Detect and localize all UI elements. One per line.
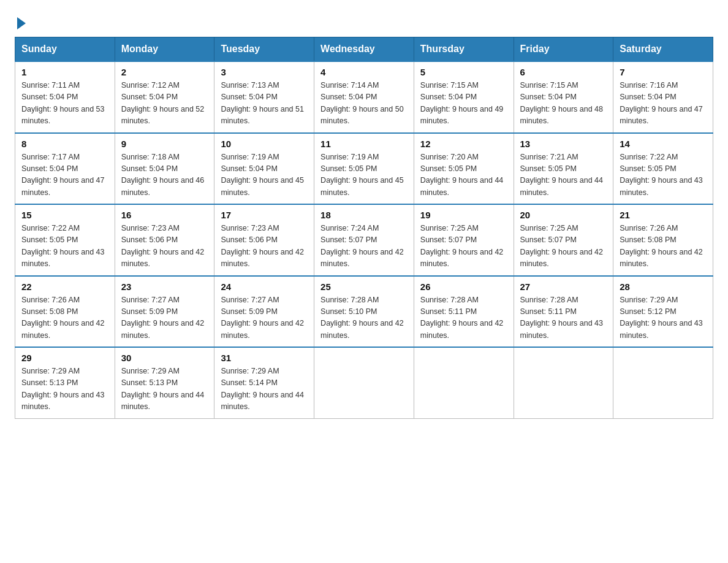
calendar-cell: 28 Sunrise: 7:29 AM Sunset: 5:12 PM Dayl…	[613, 276, 713, 348]
day-number: 18	[320, 210, 408, 220]
calendar-week-row: 15 Sunrise: 7:22 AM Sunset: 5:05 PM Dayl…	[15, 204, 713, 276]
logo	[15, 15, 26, 27]
day-info: Sunrise: 7:16 AM Sunset: 5:04 PM Dayligh…	[620, 80, 707, 128]
day-number: 31	[221, 353, 308, 363]
calendar-table: SundayMondayTuesdayWednesdayThursdayFrid…	[15, 37, 713, 419]
calendar-cell: 4 Sunrise: 7:14 AM Sunset: 5:04 PM Dayli…	[314, 61, 414, 133]
calendar-week-row: 8 Sunrise: 7:17 AM Sunset: 5:04 PM Dayli…	[15, 133, 713, 205]
calendar-cell: 10 Sunrise: 7:19 AM Sunset: 5:04 PM Dayl…	[214, 133, 314, 205]
calendar-cell: 29 Sunrise: 7:29 AM Sunset: 5:13 PM Dayl…	[15, 347, 115, 418]
calendar-cell: 5 Sunrise: 7:15 AM Sunset: 5:04 PM Dayli…	[414, 61, 514, 133]
calendar-cell: 3 Sunrise: 7:13 AM Sunset: 5:04 PM Dayli…	[214, 61, 314, 133]
calendar-cell: 6 Sunrise: 7:15 AM Sunset: 5:04 PM Dayli…	[514, 61, 613, 133]
day-info: Sunrise: 7:29 AM Sunset: 5:12 PM Dayligh…	[620, 294, 707, 342]
day-number: 5	[420, 67, 507, 77]
calendar-header-row: SundayMondayTuesdayWednesdayThursdayFrid…	[15, 37, 713, 62]
day-info: Sunrise: 7:29 AM Sunset: 5:13 PM Dayligh…	[21, 366, 108, 413]
calendar-cell	[414, 347, 514, 418]
day-number: 1	[21, 67, 108, 77]
calendar-cell: 19 Sunrise: 7:25 AM Sunset: 5:07 PM Dayl…	[414, 204, 514, 276]
day-number: 25	[320, 282, 408, 292]
day-number: 2	[121, 67, 208, 77]
day-info: Sunrise: 7:13 AM Sunset: 5:04 PM Dayligh…	[221, 80, 308, 128]
day-info: Sunrise: 7:28 AM Sunset: 5:11 PM Dayligh…	[520, 294, 607, 342]
calendar-cell: 26 Sunrise: 7:28 AM Sunset: 5:11 PM Dayl…	[414, 276, 514, 348]
day-number: 19	[420, 210, 507, 220]
weekday-header-monday: Monday	[115, 37, 214, 62]
day-number: 28	[620, 282, 707, 292]
day-info: Sunrise: 7:11 AM Sunset: 5:04 PM Dayligh…	[21, 80, 108, 128]
day-number: 7	[620, 67, 707, 77]
calendar-cell: 1 Sunrise: 7:11 AM Sunset: 5:04 PM Dayli…	[15, 61, 115, 133]
day-info: Sunrise: 7:29 AM Sunset: 5:14 PM Dayligh…	[221, 366, 308, 413]
calendar-cell: 17 Sunrise: 7:23 AM Sunset: 5:06 PM Dayl…	[214, 204, 314, 276]
calendar-cell: 24 Sunrise: 7:27 AM Sunset: 5:09 PM Dayl…	[214, 276, 314, 348]
weekday-header-sunday: Sunday	[15, 37, 115, 62]
day-number: 30	[121, 353, 208, 363]
page-header	[15, 15, 713, 27]
calendar-cell: 20 Sunrise: 7:25 AM Sunset: 5:07 PM Dayl…	[514, 204, 613, 276]
weekday-header-wednesday: Wednesday	[314, 37, 414, 62]
day-info: Sunrise: 7:23 AM Sunset: 5:06 PM Dayligh…	[121, 223, 208, 270]
calendar-cell: 30 Sunrise: 7:29 AM Sunset: 5:13 PM Dayl…	[115, 347, 214, 418]
calendar-cell: 23 Sunrise: 7:27 AM Sunset: 5:09 PM Dayl…	[115, 276, 214, 348]
calendar-cell: 11 Sunrise: 7:19 AM Sunset: 5:05 PM Dayl…	[314, 133, 414, 205]
day-number: 21	[620, 210, 707, 220]
day-info: Sunrise: 7:22 AM Sunset: 5:05 PM Dayligh…	[620, 151, 707, 199]
day-info: Sunrise: 7:12 AM Sunset: 5:04 PM Dayligh…	[121, 80, 208, 128]
weekday-header-saturday: Saturday	[613, 37, 713, 62]
day-info: Sunrise: 7:15 AM Sunset: 5:04 PM Dayligh…	[520, 80, 607, 128]
day-number: 23	[121, 282, 208, 292]
weekday-header-friday: Friday	[514, 37, 613, 62]
day-info: Sunrise: 7:26 AM Sunset: 5:08 PM Dayligh…	[21, 294, 108, 342]
day-info: Sunrise: 7:17 AM Sunset: 5:04 PM Dayligh…	[21, 151, 108, 199]
calendar-cell: 2 Sunrise: 7:12 AM Sunset: 5:04 PM Dayli…	[115, 61, 214, 133]
calendar-cell: 7 Sunrise: 7:16 AM Sunset: 5:04 PM Dayli…	[613, 61, 713, 133]
day-number: 15	[21, 210, 108, 220]
day-info: Sunrise: 7:20 AM Sunset: 5:05 PM Dayligh…	[420, 151, 507, 199]
weekday-header-thursday: Thursday	[414, 37, 514, 62]
day-info: Sunrise: 7:21 AM Sunset: 5:05 PM Dayligh…	[520, 151, 607, 199]
day-info: Sunrise: 7:19 AM Sunset: 5:05 PM Dayligh…	[320, 151, 408, 199]
day-number: 29	[21, 353, 108, 363]
day-info: Sunrise: 7:26 AM Sunset: 5:08 PM Dayligh…	[620, 223, 707, 270]
logo-arrow-icon	[17, 17, 26, 29]
day-number: 20	[520, 210, 607, 220]
calendar-week-row: 1 Sunrise: 7:11 AM Sunset: 5:04 PM Dayli…	[15, 61, 713, 133]
day-info: Sunrise: 7:27 AM Sunset: 5:09 PM Dayligh…	[121, 294, 208, 342]
day-number: 14	[620, 139, 707, 149]
calendar-week-row: 29 Sunrise: 7:29 AM Sunset: 5:13 PM Dayl…	[15, 347, 713, 418]
day-number: 3	[221, 67, 308, 77]
calendar-cell: 15 Sunrise: 7:22 AM Sunset: 5:05 PM Dayl…	[15, 204, 115, 276]
calendar-cell: 12 Sunrise: 7:20 AM Sunset: 5:05 PM Dayl…	[414, 133, 514, 205]
calendar-cell: 16 Sunrise: 7:23 AM Sunset: 5:06 PM Dayl…	[115, 204, 214, 276]
day-info: Sunrise: 7:25 AM Sunset: 5:07 PM Dayligh…	[420, 223, 507, 270]
calendar-cell: 21 Sunrise: 7:26 AM Sunset: 5:08 PM Dayl…	[613, 204, 713, 276]
calendar-cell: 25 Sunrise: 7:28 AM Sunset: 5:10 PM Dayl…	[314, 276, 414, 348]
calendar-cell: 27 Sunrise: 7:28 AM Sunset: 5:11 PM Dayl…	[514, 276, 613, 348]
day-info: Sunrise: 7:25 AM Sunset: 5:07 PM Dayligh…	[520, 223, 607, 270]
calendar-cell: 8 Sunrise: 7:17 AM Sunset: 5:04 PM Dayli…	[15, 133, 115, 205]
day-number: 8	[21, 139, 108, 149]
day-number: 27	[520, 282, 607, 292]
day-number: 26	[420, 282, 507, 292]
day-info: Sunrise: 7:18 AM Sunset: 5:04 PM Dayligh…	[121, 151, 208, 199]
day-number: 16	[121, 210, 208, 220]
day-info: Sunrise: 7:15 AM Sunset: 5:04 PM Dayligh…	[420, 80, 507, 128]
calendar-cell	[613, 347, 713, 418]
day-info: Sunrise: 7:29 AM Sunset: 5:13 PM Dayligh…	[121, 366, 208, 413]
day-info: Sunrise: 7:23 AM Sunset: 5:06 PM Dayligh…	[221, 223, 308, 270]
day-info: Sunrise: 7:22 AM Sunset: 5:05 PM Dayligh…	[21, 223, 108, 270]
calendar-cell: 13 Sunrise: 7:21 AM Sunset: 5:05 PM Dayl…	[514, 133, 613, 205]
weekday-header-tuesday: Tuesday	[214, 37, 314, 62]
day-number: 24	[221, 282, 308, 292]
day-number: 4	[320, 67, 408, 77]
day-number: 11	[320, 139, 408, 149]
day-info: Sunrise: 7:19 AM Sunset: 5:04 PM Dayligh…	[221, 151, 308, 199]
calendar-week-row: 22 Sunrise: 7:26 AM Sunset: 5:08 PM Dayl…	[15, 276, 713, 348]
day-number: 17	[221, 210, 308, 220]
day-number: 12	[420, 139, 507, 149]
day-info: Sunrise: 7:28 AM Sunset: 5:10 PM Dayligh…	[320, 294, 408, 342]
calendar-cell: 22 Sunrise: 7:26 AM Sunset: 5:08 PM Dayl…	[15, 276, 115, 348]
day-number: 6	[520, 67, 607, 77]
